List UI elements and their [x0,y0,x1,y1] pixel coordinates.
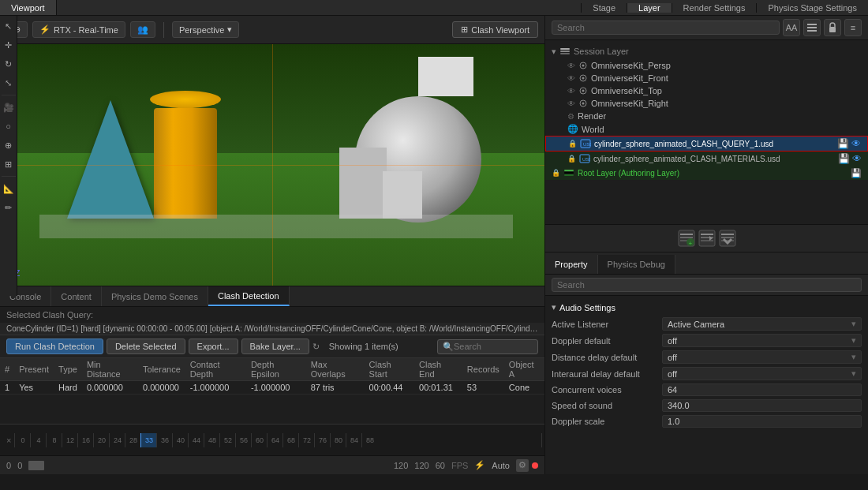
layer-item-root[interactable]: 🔒 Root Layer (Authoring Layer) 💾 [545,166,868,180]
perspective-btn[interactable]: Perspective ▾ [172,21,239,38]
bake-layer-btn[interactable]: Bake Layer... [241,339,309,354]
pan-tool[interactable]: ⊞ [2,157,16,171]
tab-physics-demo[interactable]: Physics Demo Scenes [102,286,208,306]
layer-search-input[interactable] [552,21,780,35]
orbit-tool[interactable]: ○ [2,119,16,133]
col-tolerance: Tolerance [138,358,185,381]
lock-icon-btn[interactable] [824,19,841,36]
main-layout: ⊕ ⚡ RTX - Real-Time 👥 Perspective ▾ ⊞ Cl… [0,16,868,474]
save-action-2[interactable]: 💾 [838,153,850,164]
tick-20: 20 [93,433,109,447]
end-frame2: 120 [414,461,428,470]
tick-88: 88 [361,433,377,447]
move-tool[interactable]: ✛ [2,38,16,52]
zoom-tool[interactable]: ⊕ [2,138,16,152]
tick-0: 0 [14,433,30,447]
section-title: Audio Settings [559,303,615,312]
clash-search-box[interactable]: 🔍 [437,339,538,354]
rtx-btn[interactable]: ⚡ RTX - Real-Time [32,21,125,38]
annotation-tool[interactable]: ✏ [2,200,16,215]
eye-action[interactable]: 👁 [851,138,861,149]
add-layer-icon[interactable]: + [678,230,695,247]
layer-item-top[interactable]: 👁 OmniverseKit_Top [545,84,868,97]
doppler-scale-label: Doppler scale [552,417,662,426]
camera-tool[interactable]: 🎥 [2,100,16,114]
root-save-icon[interactable]: 💾 [851,168,862,178]
top-label: OmniverseKit_Top [591,86,862,95]
speed-sound-value[interactable]: 340.0 [662,399,862,412]
flatten-layer-icon[interactable] [719,230,736,247]
console-tabs: Console Content Physics Demo Scenes Clas… [0,286,544,307]
stack-icon [559,46,571,57]
save-action[interactable]: 💾 [837,138,849,149]
layer-item-persp[interactable]: 👁 OmniverseKit_Persp [545,59,868,72]
tab-render-settings[interactable]: Render Settings [672,3,757,13]
svg-rect-4 [560,48,570,50]
timeline-bar: × 0 4 8 12 16 20 24 28 33 36 40 44 48 52 [0,424,544,455]
white-box-short [383,171,422,219]
doppler-scale-value[interactable]: 1.0 [662,415,862,428]
tab-clash-detection[interactable]: Clash Detection [208,286,290,306]
right-label: OmniverseKit_Right [591,99,862,108]
prop-interaural-delay: Interaural delay default off ▾ [545,365,868,382]
concurrent-value[interactable]: 64 [662,383,862,396]
rtx-icon: ⚡ [39,24,51,35]
aa-btn[interactable]: AA [783,19,800,36]
layer-icon-row: + [545,224,868,252]
clash-search-input[interactable] [454,342,533,351]
layers-btn[interactable] [803,19,821,36]
property-search-input[interactable] [552,278,862,292]
clash-content: Selected Clash Query: ConeCylinder (ID=1… [0,307,544,424]
interaural-value[interactable]: off ▾ [662,367,862,380]
camera-icon-btn[interactable]: 👥 [130,21,155,38]
col-contact-depth: Contact Depth [185,358,246,381]
property-search [545,275,868,296]
lock-icon [828,22,837,33]
layer-eye-icon-4: 👁 [567,99,575,108]
doppler-value[interactable]: off ▾ [662,334,862,347]
concurrent-label: Concurrent voices [552,385,662,395]
tab-viewport[interactable]: Viewport [0,0,57,15]
active-listener-value[interactable]: Active Camera ▾ [662,317,862,331]
layer-action-icons: + [678,230,736,247]
playhead-indicator[interactable] [28,461,44,470]
distance-delay-value[interactable]: off ▾ [662,350,862,364]
run-clash-btn[interactable]: Run Clash Detection [6,339,103,354]
clash-viewport-btn[interactable]: ⊞ Clash Viewport [452,21,538,38]
tick-4: 4 [30,433,46,447]
eye-action-2[interactable]: 👁 [852,153,862,164]
table-row[interactable]: 1 Yes Hard 0.000000 0.000000 -1.000000 -… [0,381,544,395]
col-type: Type [54,358,82,381]
viewport-canvas[interactable]: X Y Z [0,44,544,286]
rotate-tool[interactable]: ↻ [2,57,16,71]
delete-selected-btn[interactable]: Delete Selected [107,339,185,354]
layer-item-clash-query[interactable]: 🔒 USD cylinder_sphere_animated_CLASH_QUE… [545,136,868,151]
select-tool[interactable]: ↖ [2,19,16,33]
scale-tool[interactable]: ⤡ [2,76,16,90]
move-layer-icon[interactable] [698,230,716,247]
layer-item-render[interactable]: ⚙ Render [545,110,868,122]
audio-settings-header[interactable]: ▾ Audio Settings [545,299,868,316]
tab-physics-stage-settings[interactable]: Physics Stage Settings [756,3,868,13]
svg-rect-31 [701,240,713,241]
menu-icon-btn[interactable]: ≡ [844,19,862,36]
prop-doppler-scale: Doppler scale 1.0 [545,413,868,429]
tab-layer[interactable]: Layer [627,3,672,13]
cell-tolerance: 0.000000 [138,381,185,395]
layer-item-world[interactable]: 🌐 World [545,122,868,136]
tab-stage[interactable]: Stage [581,3,627,13]
tab-physics-debug[interactable]: Physics Debug [598,255,675,274]
tick-48: 48 [204,433,219,447]
layer-eye-icon: 👁 [567,62,575,70]
svg-rect-24 [680,237,693,238]
layer-item-front[interactable]: 👁 OmniverseKit_Front [545,72,868,84]
tab-content[interactable]: Content [51,286,102,306]
layer-item-clash-materials[interactable]: 🔒 USD cylinder_sphere_animated_CLASH_MAT… [545,151,868,166]
layer-item-right[interactable]: 👁 OmniverseKit_Right [545,97,868,110]
export-btn[interactable]: Export... [189,339,238,354]
measure-tool[interactable]: 📐 [2,181,16,196]
render-settings-btn[interactable]: ⚙ [516,459,529,472]
refresh-icon[interactable]: ↻ [312,342,320,352]
camera-icon-4 [578,99,588,108]
tab-property[interactable]: Property [545,255,598,274]
